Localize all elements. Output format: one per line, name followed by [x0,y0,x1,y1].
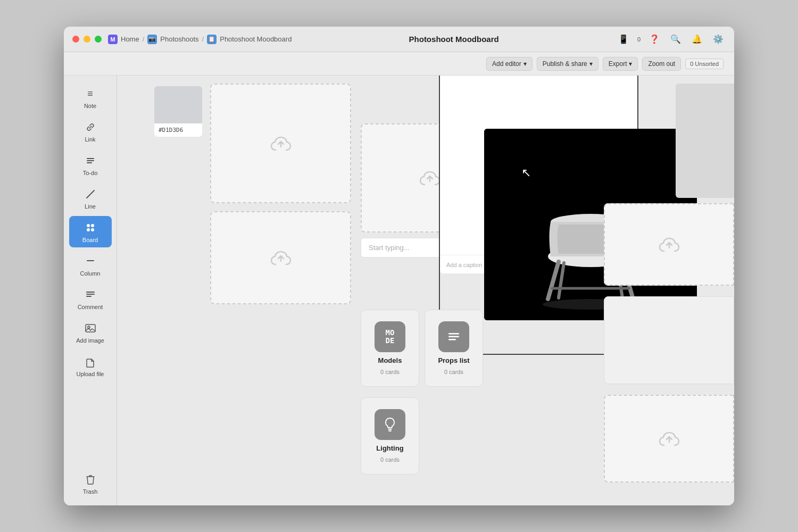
canvas-content: #D1D3D6 [117,76,734,505]
breadcrumb-home[interactable]: Home [121,35,139,43]
sidebar-label-link: Link [85,136,95,143]
publish-share-label: Publish & share [543,60,587,68]
sidebar-label-column: Column [80,270,101,277]
sidebar-item-link[interactable]: Link [69,115,112,147]
sidebar-item-column[interactable]: Column [69,250,112,281]
breadcrumb-sep-2: / [202,35,204,43]
models-title: Models [378,356,402,364]
export-chevron: ▾ [629,60,632,68]
add-editor-label: Add editor [492,60,521,68]
sidebar: ≡ Note Link To-d [64,76,117,505]
breadcrumb-sep-1: / [143,35,145,43]
comment-icon [83,287,98,302]
todo-icon [83,153,98,168]
canvas-area: #D1D3D6 [117,76,734,505]
moodboard-icon: 📋 [207,35,217,44]
props-subtitle: 0 cards [444,369,463,375]
props-board-card[interactable]: Props list 0 cards [425,310,483,387]
lighting-title: Lighting [376,444,403,452]
upload-card-large-left[interactable] [210,84,351,203]
svg-rect-9 [86,292,95,293]
add-image-icon [83,321,98,336]
publish-share-button[interactable]: Publish & share ▾ [537,57,598,71]
titlebar-actions: 📱 0 ❓ 🔍 🔔 ⚙️ [616,32,726,46]
page-title: Photoshoot Moodboard [292,35,616,44]
props-title: Props list [438,356,469,364]
help-icon[interactable]: ❓ [647,32,662,46]
color-swatch-label: #D1D3D6 [154,123,202,137]
upload-card-right-mid[interactable] [604,203,734,286]
breadcrumb-photoshoots[interactable]: Photoshoots [160,35,198,43]
svg-point-4 [87,224,90,227]
breadcrumb: M Home / 📷 Photoshoots / 📋 Photoshoot Mo… [108,35,292,44]
svg-rect-10 [86,294,95,295]
svg-rect-1 [87,160,94,161]
svg-point-6 [87,228,90,231]
sidebar-label-todo: To-do [83,170,98,176]
sidebar-item-comment[interactable]: Comment [69,283,112,314]
sidebar-item-upload-file[interactable]: Upload file [69,350,112,381]
sidebar-item-trash[interactable]: Trash [69,468,112,499]
sidebar-label-board: Board [82,237,98,243]
publish-chevron: ▾ [589,60,593,68]
header-right-actions: Add editor ▾ Publish & share ▾ Export ▾ … [486,57,724,71]
search-icon[interactable]: 🔍 [668,32,683,46]
sidebar-label-trash: Trash [83,488,98,495]
zoom-out-button[interactable]: Zoom out [642,57,681,71]
app-icon: M [108,35,118,44]
models-icon: MODE [375,321,405,352]
traffic-lights [72,36,102,43]
export-label: Export [609,60,627,68]
trash-icon [83,472,98,487]
svg-line-3 [87,190,94,198]
maximize-button[interactable] [95,36,102,43]
sidebar-label-comment: Comment [78,304,103,310]
titlebar: M Home / 📷 Photoshoots / 📋 Photoshoot Mo… [64,27,734,52]
svg-rect-23 [448,333,459,335]
svg-rect-2 [87,162,92,163]
svg-rect-12 [86,325,95,332]
svg-rect-25 [448,339,456,340]
photoshoots-icon: 📷 [147,35,157,44]
svg-rect-0 [87,158,94,159]
gray-card-top-right [676,84,734,198]
settings-icon[interactable]: ⚙️ [711,32,726,46]
text-input-placeholder: Start typing... [369,244,410,252]
sidebar-label-upload-file: Upload file [77,371,104,377]
sidebar-label-line: Line [85,203,96,210]
breadcrumb-moodboard[interactable]: Photoshoot Moodboard [220,35,292,43]
svg-rect-8 [87,260,94,261]
sidebar-label-note: Note [84,103,96,109]
sidebar-item-note[interactable]: ≡ Note [69,82,112,113]
unsorted-badge: 0 Unsorted [685,59,724,69]
color-swatch[interactable]: #D1D3D6 [154,86,202,137]
zoom-out-label: Zoom out [648,60,675,68]
close-button[interactable] [72,36,79,43]
link-icon [83,120,98,135]
notifications-icon[interactable]: 🔔 [689,32,704,46]
lighting-board-card[interactable]: Lighting 0 cards [361,397,419,475]
minimize-button[interactable] [84,36,90,43]
note-icon: ≡ [83,86,98,101]
sidebar-item-todo[interactable]: To-do [69,149,112,180]
svg-rect-11 [86,296,92,297]
sidebar-item-add-image[interactable]: Add image [69,317,112,348]
svg-point-7 [91,228,94,231]
export-button[interactable]: Export ▾ [603,57,638,71]
svg-rect-24 [448,336,459,338]
caption-text[interactable]: Add a caption [446,262,482,268]
sidebar-item-line[interactable]: Line [69,182,112,214]
action-header: Add editor ▾ Publish & share ▾ Export ▾ … [64,52,734,76]
main-content: ≡ Note Link To-d [64,76,734,505]
add-editor-button[interactable]: Add editor ▾ [486,57,533,71]
models-board-card[interactable]: MODE Models 0 cards [361,310,419,387]
upload-card-right-bottom[interactable] [604,395,734,483]
models-subtitle: 0 cards [380,369,400,375]
color-swatch-bg [154,86,202,123]
device-count: 0 [637,36,641,43]
sidebar-item-board[interactable]: Board [69,216,112,247]
line-icon [83,187,98,202]
board-icon [83,220,98,235]
svg-point-5 [91,224,94,227]
upload-card-mid-left[interactable] [210,211,351,304]
